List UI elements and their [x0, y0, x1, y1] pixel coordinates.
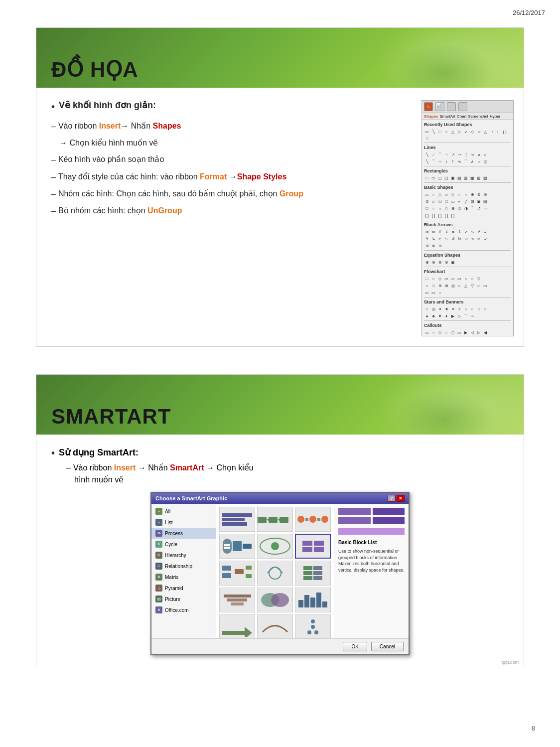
shapes-panel: S 📊 Shapes SmartArt Chart Screenshot Hyp…: [421, 100, 514, 336]
bullet-main-text: Vẽ khối hình đơn giản:: [59, 98, 156, 113]
lines-row-2: ╲ ⌒ ↔ ↕ ⌇ ∿ ⌒ ∧ ○ ◎: [422, 158, 513, 165]
dialog-item-matrix[interactable]: ⊕ Matrix: [151, 572, 216, 583]
dialog-question-btn[interactable]: ?: [388, 495, 396, 502]
slide-1: ĐỒ HỌA • Vẽ khối hình đơn giản: – Vào ri…: [36, 27, 524, 347]
dialog-desc-title: Basic Block List: [338, 540, 405, 545]
smartart-thumb-6[interactable]: [295, 534, 331, 559]
relationship-icon: ⊡: [155, 563, 162, 570]
bullet-main-text-2: Sử dụng SmartArt:: [59, 447, 139, 458]
dialog-close-btn[interactable]: ✕: [397, 495, 405, 502]
shape-styles-label: Shape Styles: [237, 172, 287, 181]
shapes-toolbar-icon-2: 📊: [435, 102, 444, 111]
page-date: 26/12/2017: [513, 9, 545, 16]
section-recently-used: Recently Used Shapes: [422, 121, 513, 128]
svg-rect-2: [280, 517, 288, 523]
shapes-label: Shapes: [153, 122, 181, 130]
dialog-footer: OK Cancel: [151, 638, 409, 654]
dialog-item-all[interactable]: ≡ All: [151, 506, 216, 517]
cycle-icon: ↻: [155, 541, 162, 548]
smartart-thumb-2[interactable]: [257, 507, 293, 532]
dialog-item-cycle[interactable]: ↻ Cycle: [151, 539, 216, 550]
section-lines: Lines: [422, 144, 513, 151]
dialog-item-pyramid[interactable]: △ Pyramid: [151, 583, 216, 594]
hierarchy-icon: ⊞: [155, 552, 162, 559]
svg-point-14: [271, 593, 289, 607]
smartart-thumb-11[interactable]: [257, 588, 293, 612]
sub-item-1: – Vào ribbon Insert→ Nhấn Shapes: [51, 119, 412, 133]
shapes-toolbar-icon-1: S: [424, 102, 433, 111]
smartart-thumb-10[interactable]: [219, 588, 255, 612]
group-label: Group: [280, 189, 303, 198]
slide1-body: • Vẽ khối hình đơn giản: – Vào ribbon In…: [36, 88, 524, 346]
dialog-item-list[interactable]: ≡ List: [151, 517, 216, 528]
recently-used-shapes-row: ▭ ╲ □ ○ △ ▷ ↙ ◇ ☆ △ 〈 〉 { } ☆: [422, 128, 513, 142]
bullet-main-2: • Sử dụng SmartArt:: [51, 447, 509, 459]
dialog-ok-button[interactable]: OK: [343, 642, 367, 651]
sub-item-6: – Bỏ nhóm các hình: chọn UnGroup: [51, 204, 412, 218]
slide2-title: SMARTART: [51, 405, 171, 429]
smartart-thumb-12[interactable]: [295, 588, 331, 612]
page-number-bottom: 8: [532, 725, 535, 732]
svg-rect-8: [222, 573, 231, 578]
smartart-thumb-1[interactable]: [219, 507, 255, 532]
dialog-right-panel: Basic Block List Use to show non-sequent…: [334, 504, 409, 638]
smartart-sub-item-2: hình muốn vẽ: [66, 475, 509, 484]
dialog-item-process[interactable]: ≫ Process: [151, 528, 216, 539]
dialog-item-office[interactable]: ⊕ Office.com: [151, 604, 216, 615]
ungroup-label: UnGroup: [147, 206, 182, 215]
dialog-preview: [338, 508, 405, 535]
sub-items-list: – Vào ribbon Insert→ Nhấn Shapes → Chọn …: [51, 119, 412, 218]
slide1-text: • Vẽ khối hình đơn giản: – Vào ribbon In…: [51, 98, 412, 336]
dialog-desc-text: Use to show non-sequential or grouped bl…: [338, 548, 405, 573]
dialog-item-hierarchy[interactable]: ⊞ Hierarchy: [151, 550, 216, 561]
svg-rect-1: [269, 517, 278, 523]
block-arrows-row-2: ↰ ↳ ↵ ⤷ ↺ ↻ ⤻ ⤼ ⤽ ⤾: [422, 235, 513, 242]
section-equation-shapes: Equation Shapes: [422, 252, 513, 259]
bullet-main-1: • Vẽ khối hình đơn giản:: [51, 98, 412, 115]
smartart-thumb-13[interactable]: [219, 614, 255, 638]
list-icon: ≡: [155, 519, 162, 526]
svg-rect-9: [235, 569, 244, 574]
smartart-dialog[interactable]: Choose a SmartArt Graphic ? ✕ ≡ All ≡ Li…: [150, 492, 410, 655]
format-label: Format: [200, 172, 227, 181]
sub-item-3: – Kéo hình vào phần soạn thảo: [51, 152, 412, 166]
svg-rect-10: [246, 566, 252, 570]
smartart-sub-item-1: – Vào ribbon Insert → Nhấn SmartArt → Ch…: [66, 463, 509, 472]
shapes-toolbar: S 📊: [422, 101, 513, 113]
smartart-thumb-15[interactable]: [295, 614, 331, 638]
dialog-cancel-button[interactable]: Cancel: [371, 642, 404, 651]
basic-shapes-row-1: ▭ ○ △ ▱ ◇ ○ ○ ⊕ ⊗ ⊙: [422, 191, 513, 198]
section-rectangles: Rectangles: [422, 167, 513, 174]
sub-item-4: – Thay đổi style của các hình: vào ribbo…: [51, 170, 412, 184]
flowchart-row-3: ▭ ▭ ○: [422, 289, 513, 296]
dialog-body: ≡ All ≡ List ≫ Process ↻ Cycle: [151, 504, 409, 638]
smartart-thumb-4[interactable]: [219, 534, 255, 559]
callouts-row: ▭ ○ ◇ ○ ◻ ▭ ▶ ◁ ▷ ◀: [422, 329, 513, 336]
dialog-item-picture[interactable]: 🖼 Picture: [151, 594, 216, 604]
smartart-thumb-9[interactable]: [295, 561, 331, 586]
dialog-item-relationship[interactable]: ⊡ Relationship: [151, 561, 216, 572]
basic-shapes-row-2: ⊙ ⌂ ⎔ □ ▭ ⌐ ╱ ⊡ ▣ ▤: [422, 198, 513, 205]
section-callouts: Callouts: [422, 322, 513, 329]
svg-rect-0: [258, 517, 267, 523]
insert-label: Insert: [99, 122, 121, 130]
sub-item-2: → Chọn kiểu hình muốn vẽ: [51, 136, 412, 149]
smartart-label: SmartArt: [170, 463, 204, 472]
smartart-thumb-3[interactable]: [295, 507, 331, 532]
slide-2: SMARTART • Sử dụng SmartArt: – Vào ribbo…: [36, 374, 524, 668]
flowchart-row-1: □ ○ ◇ ▭ ▱ ▭ ○ ○ ▽: [422, 275, 513, 282]
lines-row: ╲ ⟋ ⌒ → ↗ ⤻ ⟨ ⤼ ⌀ ⌂: [422, 151, 513, 158]
shapes-toolbar-tabs: Shapes SmartArt Chart Screenshot Hyper: [422, 113, 513, 120]
slide1-title: ĐỒ HỌA: [51, 57, 139, 82]
block-arrows-row-1: ⇒ ⇐ ⇑ ⇓ ⇔ ⇕ ⤢ ⤡ ↱ ↲: [422, 228, 513, 235]
svg-rect-11: [246, 574, 252, 578]
watermark: tppt.com: [501, 660, 519, 665]
basic-shapes-row-3: □ ○ ∩ ▯ ⊕ ◎ ◑ ⌒ ↺ ⌓: [422, 205, 513, 212]
smartart-thumb-5[interactable]: [257, 534, 293, 559]
smartart-thumb-14[interactable]: [257, 614, 293, 638]
smartart-thumb-8[interactable]: [257, 561, 293, 586]
svg-marker-4: [278, 519, 280, 521]
smartart-thumb-7[interactable]: [219, 561, 255, 586]
section-block-arrows: Block Arrows: [422, 221, 513, 228]
section-stars-banners: Stars and Banners: [422, 299, 513, 305]
